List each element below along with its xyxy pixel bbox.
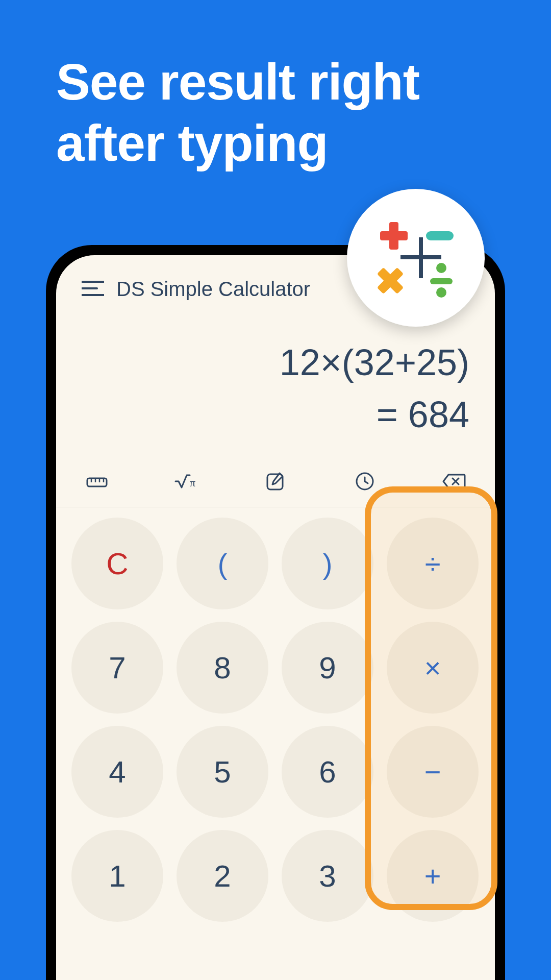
expression-display: 12×(32+25) xyxy=(82,341,469,383)
key-5[interactable]: 5 xyxy=(177,726,268,818)
key-plus[interactable]: + xyxy=(387,830,479,922)
phone-frame: DS Simple Calculator 12×(32+25) = 684 π xyxy=(46,245,505,980)
svg-rect-19 xyxy=(419,237,423,278)
key-divide[interactable]: ÷ xyxy=(387,518,479,609)
backspace-icon[interactable] xyxy=(439,471,469,492)
key-2[interactable]: 2 xyxy=(177,830,268,922)
app-title: DS Simple Calculator xyxy=(116,278,310,301)
key-4[interactable]: 4 xyxy=(71,726,163,818)
key-1[interactable]: 1 xyxy=(71,830,163,922)
keypad: C ( ) ÷ 7 8 9 × 4 5 6 − 1 2 3 + xyxy=(56,507,495,932)
history-icon[interactable] xyxy=(349,471,380,492)
key-lparen[interactable]: ( xyxy=(177,518,268,609)
key-7[interactable]: 7 xyxy=(71,622,163,714)
svg-rect-17 xyxy=(426,231,454,240)
ruler-icon[interactable] xyxy=(82,471,112,492)
svg-text:π: π xyxy=(190,476,195,489)
key-9[interactable]: 9 xyxy=(282,622,373,714)
app-badge-icon xyxy=(347,189,485,327)
phone-screen: DS Simple Calculator 12×(32+25) = 684 π xyxy=(56,255,495,980)
svg-point-22 xyxy=(436,263,446,273)
toolbar: π xyxy=(56,456,495,507)
sqrt-pi-icon[interactable]: π xyxy=(171,471,202,492)
menu-icon[interactable] xyxy=(82,280,104,299)
svg-line-12 xyxy=(365,481,368,483)
svg-rect-16 xyxy=(389,222,398,250)
key-rparen[interactable]: ) xyxy=(282,518,373,609)
svg-rect-9 xyxy=(267,474,283,489)
svg-point-24 xyxy=(436,287,446,298)
svg-rect-23 xyxy=(430,278,453,284)
key-multiply[interactable]: × xyxy=(387,622,479,714)
edit-icon[interactable] xyxy=(260,471,291,492)
key-3[interactable]: 3 xyxy=(282,830,373,922)
result-display: = 684 xyxy=(82,394,469,435)
display-area: 12×(32+25) = 684 xyxy=(56,311,495,456)
key-clear[interactable]: C xyxy=(71,518,163,609)
key-minus[interactable]: − xyxy=(387,726,479,818)
key-8[interactable]: 8 xyxy=(177,622,268,714)
promo-headline: See result right after typing xyxy=(0,0,551,194)
key-6[interactable]: 6 xyxy=(282,726,373,818)
